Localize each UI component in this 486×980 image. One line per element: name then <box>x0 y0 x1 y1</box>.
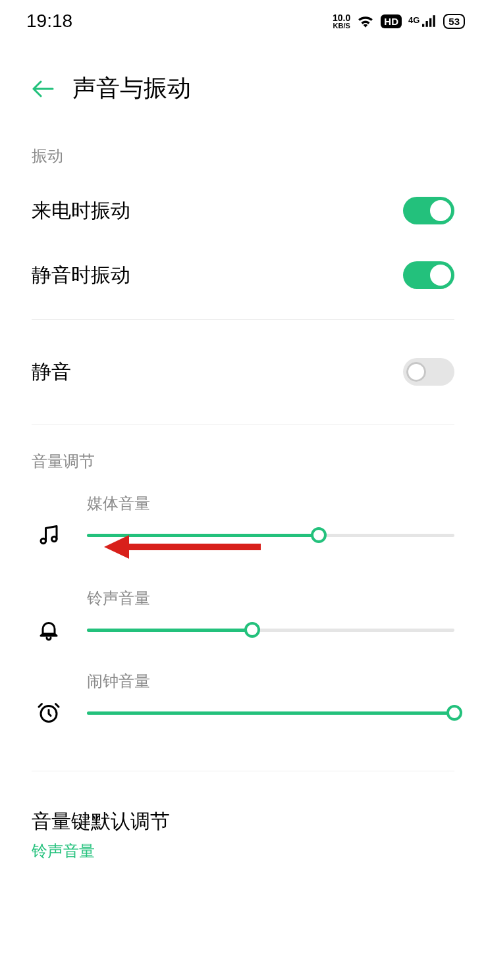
svg-rect-1 <box>426 21 428 27</box>
vibrate-on-silent-row[interactable]: 静音时振动 <box>32 243 454 307</box>
ring-volume-label: 铃声音量 <box>87 588 454 609</box>
signal-icon: 4G <box>408 15 437 27</box>
divider <box>32 424 454 425</box>
alarm-volume-block: 闹钟音量 <box>32 661 454 744</box>
ring-volume-block: 铃声音量 <box>32 579 454 661</box>
alarm-volume-label: 闹钟音量 <box>87 671 454 692</box>
music-icon <box>32 523 66 547</box>
alarm-volume-slider[interactable] <box>87 711 454 715</box>
svg-rect-3 <box>433 15 435 27</box>
gesture-arrow-annotation <box>104 535 261 559</box>
wifi-icon <box>357 14 374 28</box>
section-volume-label: 音量调节 <box>32 436 454 484</box>
volume-key-default-label: 音量键默认调节 <box>32 808 454 835</box>
silent-mode-label: 静音 <box>32 359 71 386</box>
status-right: 10.0 KB/S HD 4G 53 <box>333 13 465 30</box>
svg-point-5 <box>52 536 57 542</box>
media-volume-block: 媒体音量 <box>32 484 454 567</box>
svg-point-4 <box>41 538 46 544</box>
media-volume-label: 媒体音量 <box>87 493 454 514</box>
vibrate-on-ring-toggle[interactable] <box>403 197 454 224</box>
svg-rect-0 <box>422 24 424 26</box>
status-bar: 19:18 10.0 KB/S HD 4G 53 <box>0 0 486 39</box>
battery-indicator: 53 <box>443 14 465 29</box>
divider <box>32 771 454 771</box>
volume-key-default-row[interactable]: 音量键默认调节 铃声音量 <box>32 783 454 862</box>
divider <box>32 319 454 320</box>
volume-key-default-value: 铃声音量 <box>32 840 454 862</box>
vibrate-on-silent-toggle[interactable] <box>403 261 454 289</box>
silent-mode-toggle[interactable] <box>403 358 454 386</box>
status-time: 19:18 <box>26 11 72 32</box>
alarm-clock-icon <box>32 701 66 725</box>
svg-rect-2 <box>429 18 431 27</box>
net-speed: 10.0 KB/S <box>333 13 350 30</box>
vibrate-on-ring-row[interactable]: 来电时振动 <box>32 178 454 243</box>
back-arrow-icon[interactable] <box>32 80 54 97</box>
vibrate-on-ring-label: 来电时振动 <box>32 197 130 224</box>
bell-icon <box>32 618 66 642</box>
section-vibration-label: 振动 <box>32 131 454 178</box>
page-header: 声音与振动 <box>0 39 486 131</box>
vibrate-on-silent-label: 静音时振动 <box>32 262 130 289</box>
silent-mode-row[interactable]: 静音 <box>32 332 454 412</box>
page-title: 声音与振动 <box>72 72 191 105</box>
hd-badge: HD <box>381 14 402 28</box>
ring-volume-slider[interactable] <box>87 629 454 632</box>
